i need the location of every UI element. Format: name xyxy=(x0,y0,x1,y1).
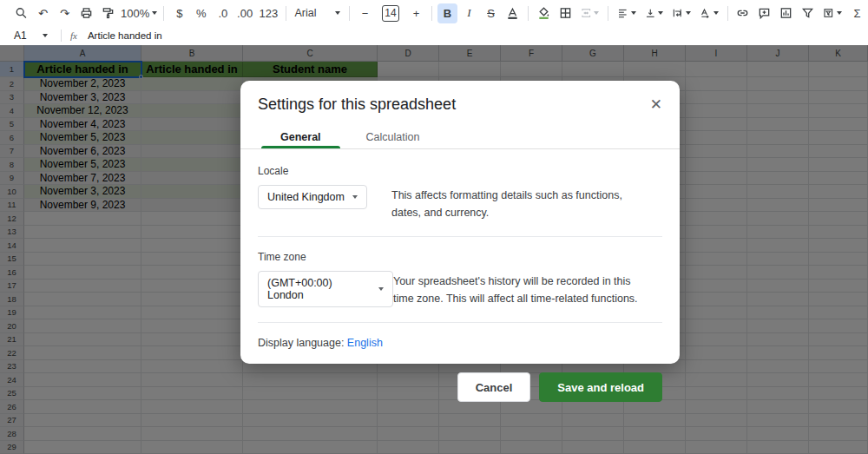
chevron-down-icon xyxy=(152,11,157,15)
fx-icon: fx xyxy=(70,30,77,41)
redo-icon[interactable]: ↷ xyxy=(55,3,75,23)
horizontal-align-icon[interactable] xyxy=(614,3,640,23)
zoom-select-label: 100% xyxy=(121,7,149,20)
timezone-value: (GMT+00:00) London xyxy=(267,277,371,301)
dialog-title: Settings for this spreadsheet xyxy=(258,95,648,114)
filter-views-icon[interactable] xyxy=(819,3,845,23)
decrease-font-size-button-label: − xyxy=(362,7,369,20)
insert-link-icon[interactable] xyxy=(733,3,753,23)
save-and-reload-button[interactable]: Save and reload xyxy=(539,372,662,402)
divider xyxy=(258,236,662,237)
undo-icon[interactable]: ↶ xyxy=(33,3,53,23)
dialog-tabs: General Calculation xyxy=(240,125,680,149)
zoom-select[interactable]: 100% xyxy=(120,3,158,23)
settings-dialog: Settings for this spreadsheet ✕ General … xyxy=(240,81,680,364)
toolbar-divider xyxy=(286,6,286,21)
font-size-input[interactable]: 14 xyxy=(382,5,399,22)
functions-button[interactable]: Σ xyxy=(847,3,867,23)
italic-button[interactable]: I xyxy=(459,3,479,23)
divider xyxy=(258,322,662,323)
chevron-down-icon xyxy=(837,11,842,15)
toolbar-divider xyxy=(727,6,728,21)
decrease-decimal-button-label: .0 xyxy=(218,7,227,20)
more-formats-button-label: 123 xyxy=(259,7,278,20)
font-size-input[interactable]: 14 xyxy=(377,3,404,23)
close-icon[interactable]: ✕ xyxy=(648,95,664,114)
formula-input[interactable]: Article handed in xyxy=(88,30,162,41)
increase-decimal-button[interactable]: .00 xyxy=(234,3,255,23)
display-language-link[interactable]: English xyxy=(347,337,383,349)
locale-select[interactable]: United Kingdom xyxy=(258,185,367,209)
font-select-label: Arial xyxy=(294,7,332,19)
format-percent-button[interactable]: % xyxy=(191,3,211,23)
paint-format-icon[interactable] xyxy=(98,3,118,23)
increase-font-size-button[interactable]: + xyxy=(406,3,426,23)
text-color-icon[interactable] xyxy=(503,3,523,23)
bold-button-label: B xyxy=(444,7,451,20)
insert-chart-icon[interactable] xyxy=(776,3,796,23)
locale-value: United Kingdom xyxy=(267,191,345,203)
chevron-down-icon xyxy=(631,11,636,15)
search-icon[interactable] xyxy=(11,3,31,23)
strikethrough-button[interactable]: S xyxy=(481,3,501,23)
merge-cells-icon[interactable] xyxy=(577,3,603,23)
toolbar-divider xyxy=(528,6,529,21)
chevron-down-icon xyxy=(594,11,599,15)
fill-color-icon[interactable] xyxy=(534,3,554,23)
redo-icon-label: ↷ xyxy=(60,7,69,20)
cell-reference: A1 xyxy=(14,30,27,42)
display-language-row: Display language: English xyxy=(258,337,662,349)
toolbar-divider xyxy=(163,6,164,21)
format-currency-button[interactable]: $ xyxy=(169,3,189,23)
bold-button[interactable]: B xyxy=(437,3,457,23)
toolbar: ↶↷100%$%.0.00123Arial−14+BISΣ xyxy=(0,0,868,26)
name-box[interactable]: A1 xyxy=(0,30,54,42)
increase-decimal-button-label: .00 xyxy=(237,7,253,20)
decrease-font-size-button[interactable]: − xyxy=(355,3,375,23)
text-wrap-icon[interactable] xyxy=(668,3,694,23)
vertical-align-icon[interactable] xyxy=(641,3,667,23)
display-language-label: Display language: xyxy=(258,337,344,349)
chevron-down-icon[interactable] xyxy=(43,34,48,37)
functions-button-label: Σ xyxy=(853,7,860,20)
increase-font-size-button-label: + xyxy=(413,7,420,20)
tab-general[interactable]: General xyxy=(258,125,344,148)
chevron-down-icon xyxy=(658,11,663,15)
italic-button-label: I xyxy=(467,6,470,20)
insert-comment-icon[interactable] xyxy=(754,3,774,23)
strikethrough-button-label: S xyxy=(487,7,495,20)
undo-icon-label: ↶ xyxy=(38,7,48,20)
toolbar-divider xyxy=(431,6,432,21)
chevron-down-icon xyxy=(378,287,384,291)
font-select[interactable]: Arial xyxy=(291,3,344,23)
decrease-decimal-button[interactable]: .0 xyxy=(213,3,233,23)
print-icon[interactable] xyxy=(76,3,96,23)
borders-icon[interactable] xyxy=(556,3,575,23)
chevron-down-icon xyxy=(352,195,358,199)
more-formats-button[interactable]: 123 xyxy=(257,3,280,23)
cancel-button[interactable]: Cancel xyxy=(457,372,531,402)
timezone-label: Time zone xyxy=(258,251,662,263)
divider xyxy=(61,30,62,42)
chevron-down-icon xyxy=(335,11,340,15)
format-percent-button-label: % xyxy=(196,7,207,20)
timezone-description: Your spreadsheet's history will be recor… xyxy=(393,273,643,307)
toolbar-divider xyxy=(608,6,608,21)
locale-description: This affects formatting details such as … xyxy=(391,187,643,221)
format-currency-button-label: $ xyxy=(176,7,182,20)
formula-bar: A1 fx Article handed in xyxy=(0,26,868,45)
locale-label: Locale xyxy=(258,165,662,177)
chevron-down-icon xyxy=(686,11,691,15)
chevron-down-icon xyxy=(713,11,719,15)
text-rotation-icon[interactable] xyxy=(696,3,722,23)
timezone-select[interactable]: (GMT+00:00) London xyxy=(258,271,393,307)
tab-calculation[interactable]: Calculation xyxy=(344,125,443,148)
create-filter-icon[interactable] xyxy=(798,3,818,23)
toolbar-divider xyxy=(349,6,350,21)
